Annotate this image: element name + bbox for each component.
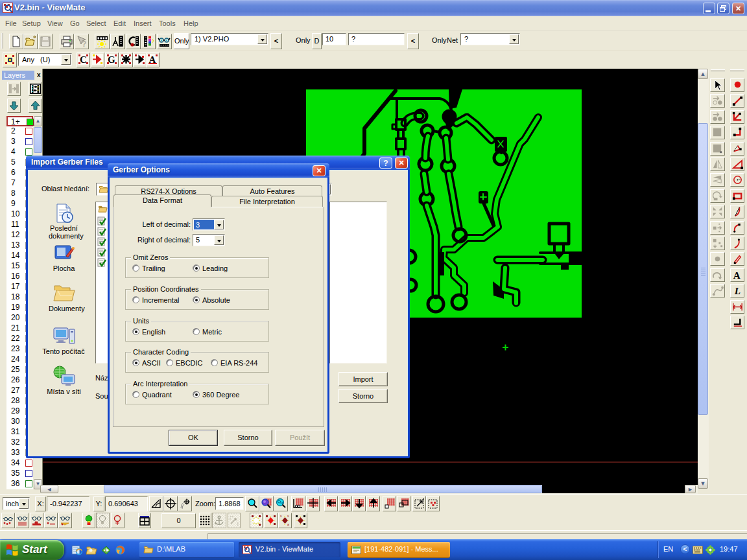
svg-text:L: L: [734, 285, 741, 296]
svg-text:G: G: [108, 54, 115, 65]
svg-text:?: ?: [82, 40, 86, 48]
svg-text:s: s: [287, 515, 289, 518]
svg-text:C: C: [80, 54, 87, 65]
svg-text:L: L: [105, 548, 108, 554]
svg-text:s: s: [280, 515, 282, 518]
svg-text:a: a: [287, 522, 289, 526]
svg-text:A: A: [733, 270, 741, 281]
